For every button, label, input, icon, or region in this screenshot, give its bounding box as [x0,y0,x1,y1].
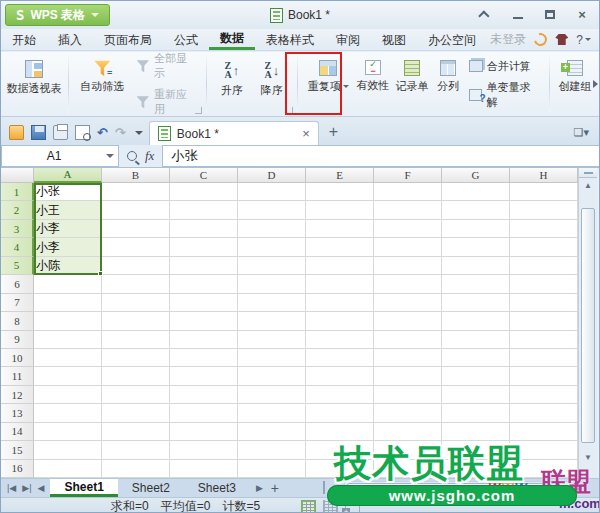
cell-a11[interactable] [34,367,102,385]
cell-e16[interactable] [306,460,374,478]
cell-h15[interactable] [510,441,578,459]
row-header-3[interactable]: 3 [1,220,34,238]
cell-g8[interactable] [442,312,510,330]
cell-d12[interactable] [238,386,306,404]
dialog-launcher-icon[interactable] [286,107,293,114]
cell-e2[interactable] [306,201,374,219]
cell-e4[interactable] [306,238,374,256]
column-header-e[interactable]: E [306,168,374,183]
tab-office-space[interactable]: 办公空间 [417,29,487,50]
cell-b7[interactable] [102,294,170,312]
cell-a4[interactable]: 小李 [34,238,102,256]
chevron-down-icon[interactable] [135,131,143,135]
cell-f7[interactable] [374,294,442,312]
cell-g6[interactable] [442,275,510,293]
cell-g7[interactable] [442,294,510,312]
column-header-b[interactable]: B [102,168,170,183]
row-header-11[interactable]: 11 [1,367,34,385]
tab-insert[interactable]: 插入 [47,29,93,50]
sheet-tab-sheet3[interactable]: Sheet3 [184,479,250,497]
zoom-formula-icon[interactable] [127,151,137,161]
cell-b10[interactable] [102,349,170,367]
cell-f2[interactable] [374,201,442,219]
cell-e11[interactable] [306,367,374,385]
scroll-up-arrow-icon[interactable]: ▲ [579,178,597,192]
collapse-ribbon-button[interactable] [477,5,495,23]
formula-input[interactable]: 小张 [162,145,599,167]
sort-ascending-button[interactable]: ZA ↑ 升序 [212,54,252,114]
cell-f3[interactable] [374,220,442,238]
cell-a2[interactable]: 小王 [34,201,102,219]
row-header-14[interactable]: 14 [1,423,34,441]
sheet-tab-sheet1[interactable]: Sheet1 [50,479,117,497]
validation-button[interactable]: ✓− 有效性 [354,54,393,114]
cell-c14[interactable] [170,423,238,441]
row-header-5[interactable]: 5 [1,257,34,275]
cell-g5[interactable] [442,257,510,275]
maximize-button[interactable] [541,5,559,23]
text-to-columns-button[interactable]: 分列 [432,54,465,114]
cell-g2[interactable] [442,201,510,219]
new-document-tab-button[interactable]: + [319,123,348,145]
cell-h6[interactable] [510,275,578,293]
cell-f9[interactable] [374,331,442,349]
cell-a9[interactable] [34,331,102,349]
tab-table-style[interactable]: 表格样式 [255,29,325,50]
wps-menu-button[interactable]: S WPS 表格 [5,4,110,26]
tab-view[interactable]: 视图 [371,29,417,50]
cell-d11[interactable] [238,367,306,385]
cell-f1[interactable] [374,183,442,201]
cell-h11[interactable] [510,367,578,385]
cell-b12[interactable] [102,386,170,404]
cell-h1[interactable] [510,183,578,201]
cell-c2[interactable] [170,201,238,219]
cell-c15[interactable] [170,441,238,459]
cell-e14[interactable] [306,423,374,441]
duplicates-button[interactable]: 重复项 [303,54,354,114]
tab-data[interactable]: 数据 [209,29,255,50]
cell-e5[interactable] [306,257,374,275]
cell-g1[interactable] [442,183,510,201]
first-sheet-icon[interactable]: |◀ [7,483,16,493]
cell-a13[interactable] [34,404,102,422]
cell-b4[interactable] [102,238,170,256]
ribbon-overflow-arrow-icon[interactable] [593,80,598,88]
refresh-coin-icon[interactable] [532,31,550,49]
cell-d16[interactable] [238,460,306,478]
save-icon[interactable] [31,125,46,140]
row-header-16[interactable]: 16 [1,460,34,478]
row-header-10[interactable]: 10 [1,349,34,367]
record-form-button[interactable]: 记录单 [393,54,432,114]
cell-c9[interactable] [170,331,238,349]
prev-sheet-icon[interactable]: ◀ [38,483,45,493]
close-tab-icon[interactable]: × [302,126,310,141]
scroll-down-arrow-icon[interactable]: ▼ [579,450,597,464]
cell-f13[interactable] [374,404,442,422]
cell-e10[interactable] [306,349,374,367]
cell-c4[interactable] [170,238,238,256]
page-layout-view-button[interactable] [345,500,360,513]
cell-g9[interactable] [442,331,510,349]
cell-c7[interactable] [170,294,238,312]
cell-a16[interactable] [34,460,102,478]
row-header-13[interactable]: 13 [1,404,34,422]
cell-g14[interactable] [442,423,510,441]
vertical-scroll-thumb[interactable] [581,208,595,443]
page-break-view-button[interactable] [323,500,338,513]
cell-a7[interactable] [34,294,102,312]
column-header-d[interactable]: D [238,168,306,183]
tab-page-layout[interactable]: 页面布局 [93,29,163,50]
help-button[interactable]: ? [576,33,591,47]
cell-a10[interactable] [34,349,102,367]
cell-h9[interactable] [510,331,578,349]
cell-h8[interactable] [510,312,578,330]
redo-icon[interactable]: ↷ [115,125,126,140]
cell-d1[interactable] [238,183,306,201]
cell-b14[interactable] [102,423,170,441]
cell-g11[interactable] [442,367,510,385]
cell-c10[interactable] [170,349,238,367]
dialog-launcher-icon[interactable] [195,107,202,114]
cell-h5[interactable] [510,257,578,275]
cell-d15[interactable] [238,441,306,459]
cell-a12[interactable] [34,386,102,404]
